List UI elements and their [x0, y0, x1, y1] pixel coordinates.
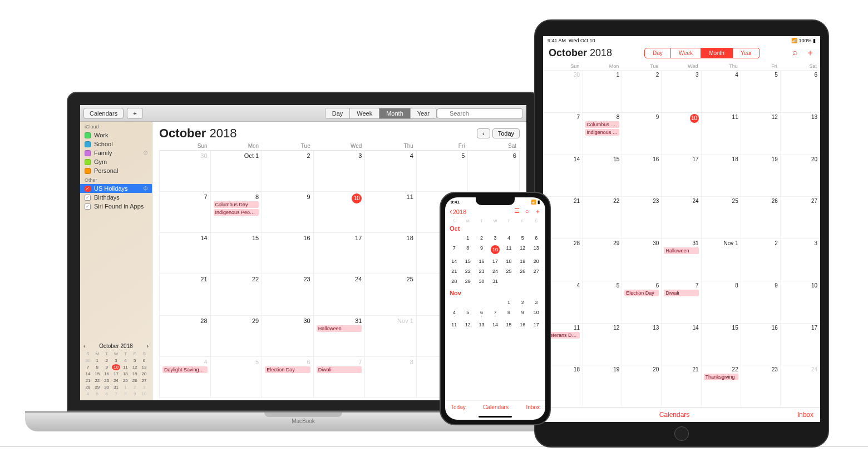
sidebar-item-gym[interactable]: Gym [80, 157, 152, 166]
day-cell[interactable]: 22 [461, 266, 475, 276]
day-cell[interactable]: 1 [461, 233, 475, 243]
day-cell[interactable]: 19 [741, 155, 781, 197]
day-cell[interactable]: 27 [529, 266, 543, 276]
day-cell[interactable]: 26 [741, 196, 781, 239]
add-button[interactable]: + [127, 108, 142, 119]
event[interactable]: Columbus Day [214, 201, 259, 208]
view-month[interactable]: Month [379, 108, 411, 118]
day-cell[interactable]: 19 [583, 365, 622, 407]
event[interactable]: Indigenous Peop… [585, 129, 619, 136]
calendars-link[interactable]: Calendars [659, 411, 690, 419]
event[interactable]: Columbus Day [585, 121, 619, 128]
day-cell[interactable]: 20 [781, 155, 820, 197]
day-cell[interactable]: 2 [475, 233, 489, 243]
day-cell[interactable]: 8Columbus DayIndigenous Peo… [211, 192, 263, 233]
event[interactable]: Diwali [664, 290, 698, 296]
day-cell[interactable]: 16 [622, 155, 662, 197]
day-cell[interactable]: Oct 1 [211, 151, 263, 192]
home-indicator[interactable] [479, 416, 512, 418]
day-cell[interactable]: 20 [622, 365, 662, 407]
home-button[interactable] [674, 426, 689, 441]
day-cell[interactable]: 4 [447, 307, 461, 320]
event[interactable]: Halloween [317, 325, 362, 332]
day-cell[interactable]: 3 [781, 239, 820, 281]
day-cell[interactable]: 11 [447, 320, 461, 332]
add-icon[interactable]: ＋ [806, 47, 815, 59]
day-cell[interactable]: 28 [447, 276, 461, 289]
search-input[interactable] [437, 108, 523, 118]
day-cell[interactable]: 7 [543, 112, 583, 155]
day-cell[interactable]: 24 [314, 274, 366, 315]
event[interactable]: Diwali [317, 366, 362, 373]
day-cell[interactable]: 24 [781, 365, 820, 407]
view-month[interactable]: Month [701, 48, 733, 58]
day-cell[interactable]: 18 [702, 155, 741, 197]
mini-prev[interactable]: ‹ [83, 343, 85, 349]
day-cell[interactable]: 10 [314, 192, 366, 233]
day-cell[interactable] [516, 276, 530, 289]
day-cell[interactable]: 15 [583, 155, 622, 197]
sidebar-item-family[interactable]: Family⦾ [80, 148, 152, 157]
day-cell[interactable]: 23 [622, 196, 662, 239]
search-icon[interactable]: ⌕ [792, 47, 798, 59]
day-cell[interactable]: 22 [211, 274, 263, 315]
day-cell[interactable] [502, 276, 516, 289]
day-cell[interactable] [461, 297, 475, 307]
day-cell[interactable]: 4 [365, 151, 417, 192]
day-cell[interactable]: 7 [159, 192, 211, 233]
day-cell[interactable]: 6 [529, 233, 543, 243]
day-cell[interactable]: 30 [622, 239, 662, 281]
day-cell[interactable]: 6 [468, 151, 520, 192]
day-cell[interactable]: 19 [516, 256, 530, 266]
day-cell[interactable]: 2 [741, 239, 781, 281]
day-cell[interactable]: 23 [741, 365, 781, 407]
event[interactable]: Thanksgiving [704, 374, 738, 380]
day-cell[interactable]: 14 [159, 233, 211, 274]
day-cell[interactable]: 12 [583, 323, 622, 365]
sidebar-item-birthdays[interactable]: Birthdays [80, 193, 152, 202]
day-cell[interactable]: 10 [489, 243, 502, 256]
day-cell[interactable]: 28 [159, 316, 211, 357]
day-cell[interactable]: 8 [702, 281, 741, 323]
today-button[interactable]: Today [492, 128, 520, 138]
day-cell[interactable]: Nov 1 [365, 316, 417, 357]
day-cell[interactable]: 3 [489, 233, 502, 243]
day-cell[interactable]: 4 [702, 70, 741, 112]
day-cell[interactable]: 10 [529, 307, 543, 320]
day-cell[interactable]: 17 [529, 320, 543, 332]
view-day[interactable]: Day [326, 108, 351, 118]
day-cell[interactable]: 9 [741, 281, 781, 323]
day-cell[interactable]: 8Columbus DayIndigenous Peop… [583, 112, 622, 155]
sidebar-item-school[interactable]: School [80, 140, 152, 148]
day-cell[interactable]: 1 [583, 70, 622, 112]
day-cell[interactable]: 22Thanksgiving [702, 365, 741, 407]
day-cell[interactable]: 5 [211, 357, 263, 398]
day-cell[interactable]: 1 [502, 297, 516, 307]
day-cell[interactable]: 8 [365, 357, 417, 398]
day-cell[interactable]: 29 [461, 276, 475, 289]
day-cell[interactable]: 25 [502, 266, 516, 276]
day-cell[interactable]: 6 [781, 70, 820, 112]
day-cell[interactable]: 2 [516, 297, 530, 307]
day-cell[interactable]: 14 [543, 155, 583, 197]
calendars-link[interactable]: Calendars [483, 404, 509, 410]
inbox-link[interactable]: Inbox [797, 411, 813, 419]
day-cell[interactable]: 7Diwali [662, 281, 701, 323]
day-cell[interactable]: 3 [529, 297, 543, 307]
day-cell[interactable]: 17 [781, 323, 820, 365]
day-cell[interactable]: 17 [314, 233, 366, 274]
day-cell[interactable]: 10 [781, 281, 820, 323]
day-cell[interactable]: 30 [262, 316, 314, 357]
day-cell[interactable]: 20 [529, 256, 543, 266]
day-cell[interactable]: 31Halloween [314, 316, 366, 357]
day-cell[interactable]: 29 [211, 316, 263, 357]
month-grid[interactable]: 3012345678Columbus DayIndigenous Peop…91… [543, 70, 820, 407]
view-segmented[interactable]: DayWeekMonthYear [644, 48, 760, 58]
day-cell[interactable]: 12 [741, 112, 781, 155]
day-cell[interactable]: 9 [516, 307, 530, 320]
day-cell[interactable]: 6Election Day [622, 281, 662, 323]
day-cell[interactable]: 11 [502, 243, 516, 256]
day-cell[interactable]: 26 [516, 266, 530, 276]
day-cell[interactable]: 14 [662, 323, 701, 365]
day-cell[interactable]: 24 [662, 196, 701, 239]
